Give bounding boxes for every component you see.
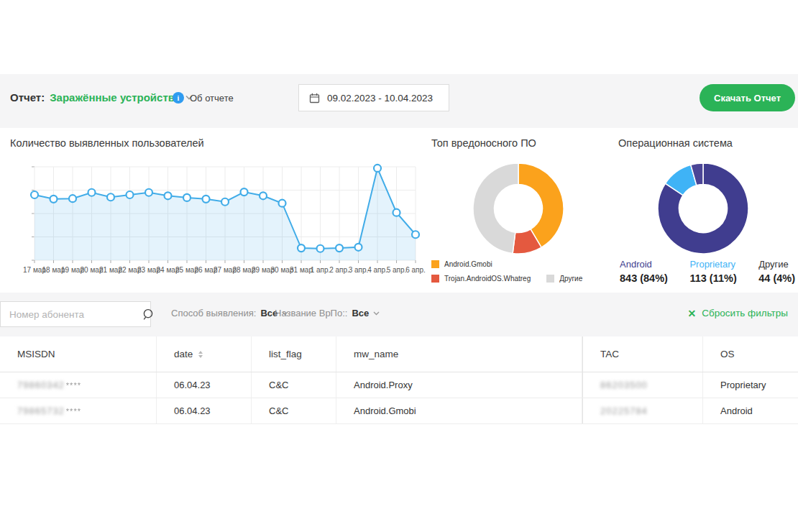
- cell-date: 06.04.23: [157, 398, 252, 423]
- date-range-value: 09.02.2023 - 10.04.2023: [327, 93, 433, 104]
- cell-tac: 20225784: [582, 398, 703, 423]
- legend-label: Android.Gmobi: [444, 260, 492, 268]
- column-header-os: OS: [703, 336, 798, 372]
- column-header-label: OS: [720, 349, 735, 359]
- column-header-tac: TAC: [582, 336, 703, 372]
- cell-tac: 86203500: [582, 372, 703, 398]
- redacted-tac: 86203500: [600, 380, 648, 390]
- malware-chart-legend: Android.GmobiTrojan.AndroidOS.WhatregДру…: [431, 260, 597, 283]
- redacted-msisdn: 79860342: [17, 380, 65, 390]
- charts-card: Количество выявленных пользователей Топ …: [0, 128, 798, 293]
- malware-name-value: Все: [352, 308, 369, 318]
- cell-mw-name: Android.Gmobi: [336, 398, 582, 423]
- os-stat-name: Android: [620, 259, 668, 270]
- table-row: 79860342****06.04.23C&CAndroid.Proxy8620…: [0, 372, 798, 398]
- reset-filters-button[interactable]: ✕ Сбросить фильтры: [688, 308, 788, 318]
- sort-icon[interactable]: [198, 351, 203, 358]
- info-icon: i: [173, 92, 184, 104]
- column-header-label: MSISDN: [17, 349, 55, 359]
- column-header-mw_name: mw_name: [336, 336, 582, 372]
- detected-users-line-chart: 17 мар18 мар19 мар20 мар21 мар22 мар23 м…: [0, 158, 428, 282]
- x-axis-label: 1 апр.: [311, 266, 331, 274]
- calendar-icon: [309, 93, 320, 104]
- os-stat-value: 113 (11%): [689, 272, 736, 284]
- msisdn-mask: ****: [66, 407, 81, 416]
- column-header-label: mw_name: [354, 349, 398, 359]
- report-label: Отчет:: [10, 91, 45, 104]
- line-chart-title: Количество выявленных пользователей: [10, 137, 204, 149]
- legend-item: Trojan.AndroidOS.Whatreg: [431, 275, 531, 283]
- report-toolbar: Отчет: Заражённые устройства i Об отчете…: [0, 74, 798, 123]
- legend-swatch: [431, 260, 439, 268]
- infected-devices-table: MSISDNdatelist_flagmw_nameTACOS 79860342…: [0, 336, 798, 428]
- x-axis-label: 2 апр.: [329, 266, 349, 274]
- x-axis-label: 4 апр.: [367, 266, 387, 274]
- os-stat: Proprietary113 (11%): [689, 259, 736, 284]
- os-donut-chart: [653, 158, 753, 259]
- table-row: 79865732****06.04.23C&CAndroid.Gmobi2022…: [0, 398, 798, 424]
- detection-method-label: Способ выявления:: [171, 308, 256, 318]
- legend-label: Другие: [559, 275, 582, 283]
- legend-label: Trojan.AndroidOS.Whatreg: [444, 275, 531, 283]
- os-stat-name: Proprietary: [689, 259, 736, 270]
- cell-os: Proprietary: [703, 372, 798, 398]
- search-icon[interactable]: [142, 308, 155, 321]
- malware-chart-title: Топ вредоносного ПО: [431, 137, 536, 149]
- x-axis-label: 6 апр.: [405, 266, 426, 274]
- column-header-msisdn: MSISDN: [0, 336, 157, 372]
- x-axis-label: 31 мар: [290, 266, 313, 274]
- filter-bar: Способ выявления: Все Название ВрПо:: Вс…: [0, 301, 798, 327]
- table-body: 79860342****06.04.23C&CAndroid.Proxy8620…: [0, 372, 798, 424]
- os-chart-stats: Android843 (84%)Proprietary113 (11%)Друг…: [620, 259, 795, 284]
- cell-os: Android: [703, 398, 798, 423]
- cell-date: 06.04.23: [157, 372, 252, 398]
- legend-item: Android.Gmobi: [431, 260, 492, 268]
- cell-list-flag: C&C: [252, 398, 336, 423]
- redacted-tac: 20225784: [600, 405, 648, 416]
- sort-desc-arrow: [198, 355, 203, 358]
- msisdn-mask: ****: [66, 381, 81, 390]
- legend-swatch: [431, 275, 439, 283]
- cell-msisdn: 79865732****: [0, 398, 157, 423]
- table-row-partial: [0, 424, 798, 428]
- os-stat-value: 44 (4%): [758, 272, 795, 284]
- sort-asc-arrow: [198, 351, 203, 354]
- os-stat-name: Другие: [758, 259, 795, 270]
- malware-name-dropdown[interactable]: Название ВрПо:: Все: [275, 308, 380, 318]
- os-stat: Другие44 (4%): [758, 259, 795, 284]
- malware-name-label: Название ВрПо::: [275, 308, 347, 318]
- legend-swatch: [546, 275, 554, 283]
- os-chart-title: Операционная система: [618, 137, 733, 149]
- table-header-row: MSISDNdatelist_flagmw_nameTACOS: [0, 336, 798, 372]
- cell-msisdn: 79860342****: [0, 372, 157, 398]
- detection-method-dropdown[interactable]: Способ выявления: Все: [171, 308, 288, 318]
- os-stat-value: 843 (84%): [620, 272, 668, 284]
- close-icon: ✕: [688, 308, 697, 318]
- column-header-list_flag: list_flag: [252, 336, 336, 372]
- x-axis-label: 5 апр.: [387, 266, 407, 274]
- column-header-label: TAC: [600, 349, 619, 359]
- date-range-picker[interactable]: 09.02.2023 - 10.04.2023: [298, 84, 449, 111]
- redacted-msisdn: 79865732: [17, 405, 65, 416]
- os-stat: Android843 (84%): [620, 259, 668, 284]
- cell-mw-name: Android.Proxy: [336, 372, 582, 398]
- about-report-label: Об отчете: [190, 93, 234, 104]
- column-header-label: list_flag: [269, 349, 302, 359]
- search-input[interactable]: [1, 309, 142, 320]
- reset-filters-label: Сбросить фильтры: [702, 308, 788, 318]
- malware-donut-chart: [468, 158, 569, 259]
- column-header-date[interactable]: date: [157, 336, 252, 372]
- x-axis-label: 3 апр.: [349, 266, 369, 274]
- about-report-link[interactable]: i Об отчете: [173, 92, 234, 104]
- report-type-dropdown[interactable]: Отчет: Заражённые устройства: [10, 91, 193, 104]
- cell-list-flag: C&C: [252, 372, 336, 398]
- infected-devices-report-page: Отчет: Заражённые устройства i Об отчете…: [0, 0, 798, 532]
- chevron-down-icon: [373, 311, 380, 316]
- legend-item: Другие: [546, 275, 582, 283]
- report-name[interactable]: Заражённые устройства: [50, 91, 180, 104]
- download-report-button[interactable]: Скачать Отчет: [700, 84, 795, 111]
- subscriber-search-box[interactable]: [0, 301, 151, 327]
- column-header-label: date: [174, 349, 193, 359]
